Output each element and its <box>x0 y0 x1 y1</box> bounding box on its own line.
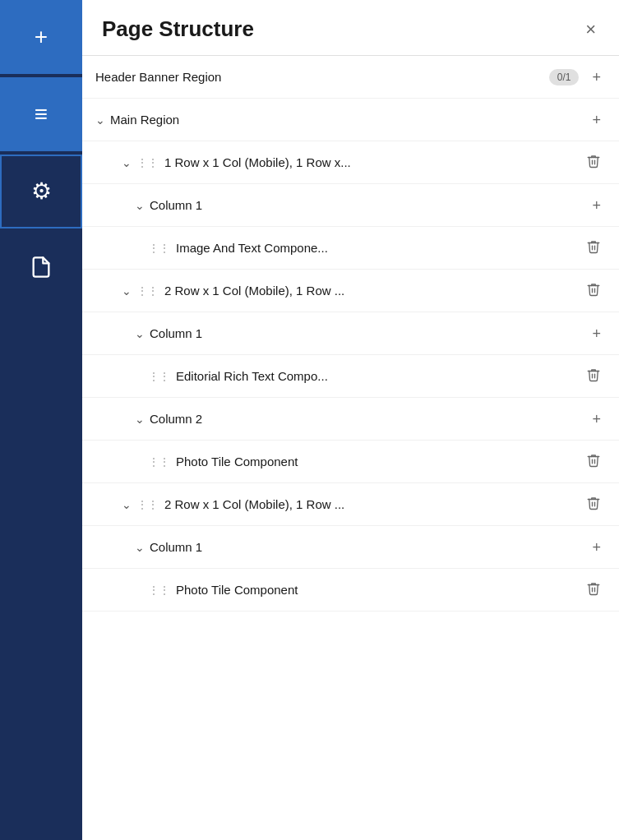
main-region-chevron: ⌄ <box>95 113 105 127</box>
panel-title: Page Structure <box>102 16 254 42</box>
tree-row-main-region: ⌄ Main Region + <box>82 99 619 141</box>
photo-tile-1-label: Photo Tile Component <box>176 455 581 468</box>
col1-row1-label: Column 1 <box>150 198 587 212</box>
header-banner-add-button[interactable]: + <box>587 67 606 88</box>
row1-label: 1 Row x 1 Col (Mobile), 1 Row x... <box>164 155 581 169</box>
row2-chevron: ⌄ <box>122 284 132 298</box>
settings-button[interactable]: ⚙ <box>0 155 82 228</box>
row1-drag-handle[interactable]: ⋮⋮ <box>136 156 158 169</box>
page-structure-panel: Page Structure × Header Banner Region 0/… <box>82 0 619 840</box>
col1-row1-chevron: ⌄ <box>135 199 145 212</box>
row3-drag-handle[interactable]: ⋮⋮ <box>136 498 158 511</box>
row3-delete-button[interactable] <box>581 492 606 516</box>
tree-row-editorial-rich: ⋮⋮ Editorial Rich Text Compo... <box>82 355 619 398</box>
col2-row2-label: Column 2 <box>150 412 587 426</box>
tree-row-col1-row1: ⌄ Column 1 + <box>82 184 619 227</box>
add-button[interactable]: + <box>0 0 82 74</box>
col1-row2-label: Column 1 <box>150 326 587 340</box>
header-banner-label: Header Banner Region <box>95 70 549 84</box>
docs-icon <box>30 256 53 283</box>
image-text-delete-button[interactable] <box>581 236 606 260</box>
photo-tile-1-delete-button[interactable] <box>581 450 606 473</box>
photo-tile-2-drag-handle[interactable]: ⋮⋮ <box>148 584 169 597</box>
row3-chevron: ⌄ <box>122 498 132 511</box>
tree-row-photo-tile-2: ⋮⋮ Photo Tile Component <box>82 569 619 612</box>
editorial-rich-label: Editorial Rich Text Compo... <box>176 369 581 383</box>
col1-row2-add-button[interactable]: + <box>587 323 606 344</box>
row1-chevron: ⌄ <box>122 156 132 169</box>
close-button[interactable]: × <box>582 17 599 42</box>
image-text-drag-handle[interactable]: ⋮⋮ <box>148 242 169 255</box>
editorial-rich-drag-handle[interactable]: ⋮⋮ <box>148 370 169 383</box>
tree-row-row1: ⌄ ⋮⋮ 1 Row x 1 Col (Mobile), 1 Row x... <box>82 141 619 184</box>
tree-row-col1-row2: ⌄ Column 1 + <box>82 312 619 355</box>
sidebar: + ≡ ⚙ <box>0 0 82 840</box>
col1-row3-chevron: ⌄ <box>135 541 145 554</box>
main-region-label: Main Region <box>110 113 587 127</box>
photo-tile-1-drag-handle[interactable]: ⋮⋮ <box>148 455 169 468</box>
editorial-rich-delete-button[interactable] <box>581 364 606 388</box>
docs-button[interactable] <box>0 232 82 306</box>
row1-delete-button[interactable] <box>581 150 606 174</box>
main-region-add-button[interactable]: + <box>587 109 606 131</box>
col1-row1-add-button[interactable]: + <box>587 195 606 216</box>
col2-row2-add-button[interactable]: + <box>587 408 606 430</box>
col1-row2-chevron: ⌄ <box>135 327 145 340</box>
row2-delete-button[interactable] <box>581 279 606 302</box>
tree-row-row2: ⌄ ⋮⋮ 2 Row x 1 Col (Mobile), 1 Row ... <box>82 270 619 312</box>
tree-content: Header Banner Region 0/1 + ⌄ Main Region… <box>82 56 619 840</box>
tree-row-header-banner: Header Banner Region 0/1 + <box>82 56 619 99</box>
header-banner-badge: 0/1 <box>549 69 580 85</box>
col2-row2-chevron: ⌄ <box>135 413 145 426</box>
col1-row3-label: Column 1 <box>150 540 587 554</box>
photo-tile-2-label: Photo Tile Component <box>176 583 581 597</box>
tree-row-col1-row3: ⌄ Column 1 + <box>82 526 619 569</box>
row2-label: 2 Row x 1 Col (Mobile), 1 Row ... <box>164 284 581 298</box>
col1-row3-add-button[interactable]: + <box>587 537 606 558</box>
photo-tile-2-delete-button[interactable] <box>581 578 606 602</box>
list-icon: ≡ <box>35 103 48 126</box>
tree-row-image-text: ⋮⋮ Image And Text Compone... <box>82 227 619 270</box>
row2-drag-handle[interactable]: ⋮⋮ <box>136 284 158 298</box>
list-button[interactable]: ≡ <box>0 77 82 151</box>
tree-row-photo-tile-1: ⋮⋮ Photo Tile Component <box>82 441 619 483</box>
plus-icon: + <box>35 25 48 48</box>
row3-label: 2 Row x 1 Col (Mobile), 1 Row ... <box>164 497 581 511</box>
panel-header: Page Structure × <box>82 0 619 56</box>
image-text-label: Image And Text Compone... <box>176 241 581 255</box>
tree-row-col2-row2: ⌄ Column 2 + <box>82 398 619 441</box>
settings-icon: ⚙ <box>31 180 52 203</box>
tree-row-row3: ⌄ ⋮⋮ 2 Row x 1 Col (Mobile), 1 Row ... <box>82 483 619 526</box>
